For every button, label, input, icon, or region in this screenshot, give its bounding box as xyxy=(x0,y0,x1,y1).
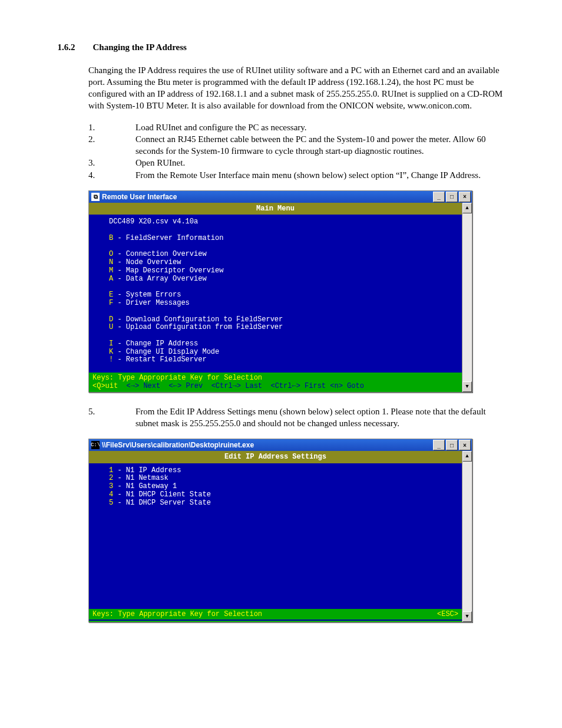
step-text: Connect an RJ45 Ethernet cable between t… xyxy=(135,133,509,157)
step-text: From the Edit IP Address Settings menu (… xyxy=(135,406,509,430)
step-number: 2. xyxy=(88,133,135,157)
terminal-client-area: Edit IP Address Settings 1 - N1 IP Addre… xyxy=(89,451,462,622)
maximize-button[interactable]: □ xyxy=(446,440,458,450)
steps-list-1: 1.Load RUInet and configure the PC as ne… xyxy=(88,121,509,181)
screenshot-main-menu: ⧉ Remote User Interface _ □ × Main Menu … xyxy=(88,190,472,393)
step-text: From the Remote User Interface main menu… xyxy=(135,169,509,181)
step-text: Load RUInet and configure the PC as nece… xyxy=(135,121,509,133)
terminal-client-area: Main Menu DCC489 X20.csv v4.10a B - Fiel… xyxy=(89,203,462,392)
section-number: 1.6.2 xyxy=(58,41,93,53)
scroll-down-button[interactable]: ▼ xyxy=(462,611,472,622)
titlebar-buttons: _ □ × xyxy=(433,192,471,202)
steps-list-2: 5.From the Edit IP Address Settings menu… xyxy=(88,406,509,430)
terminal-menubar: Edit IP Address Settings xyxy=(89,451,462,463)
step-row: 3.Open RUInet. xyxy=(88,157,509,169)
step-number: 1. xyxy=(88,121,135,133)
terminal-body: DCC489 X20.csv v4.10a B - FieldServer In… xyxy=(89,215,462,373)
screenshot-edit-ip: C:\ \\FileSrv\Users\calibration\Desktop\… xyxy=(88,439,472,622)
step-row: 5.From the Edit IP Address Settings menu… xyxy=(88,406,509,430)
vertical-scrollbar[interactable]: ▲ ▼ xyxy=(462,451,472,622)
terminal-body: 1 - N1 IP Address 2 - N1 Netmask 3 - N1 … xyxy=(89,463,462,609)
scroll-down-button[interactable]: ▼ xyxy=(462,381,472,392)
vertical-scrollbar[interactable]: ▲ ▼ xyxy=(462,203,472,392)
window-title: \\FileSrv\Users\calibration\Desktop\ruin… xyxy=(102,440,433,450)
terminal-menubar: Main Menu xyxy=(89,203,462,215)
titlebar-buttons: _ □ × xyxy=(433,440,471,450)
scroll-up-button[interactable]: ▲ xyxy=(462,203,472,213)
scroll-track[interactable] xyxy=(462,213,472,381)
maximize-button[interactable]: □ xyxy=(446,192,458,202)
window-title: Remote User Interface xyxy=(102,192,433,202)
scroll-track[interactable] xyxy=(462,462,472,611)
window-titlebar: ⧉ Remote User Interface _ □ × xyxy=(89,191,472,203)
close-button[interactable]: × xyxy=(459,192,471,202)
section-heading: 1.6.2Changing the IP Address xyxy=(53,29,509,54)
terminal-footer: Keys: Type Appropriate Key for Selection… xyxy=(89,373,462,392)
step-text: Open RUInet. xyxy=(135,157,509,169)
step-number: 4. xyxy=(88,169,135,181)
step-number: 5. xyxy=(88,406,135,430)
intro-paragraph: Changing the IP Address requires the use… xyxy=(88,64,509,112)
terminal-footer: Keys: Type Appropriate Key for Selection… xyxy=(89,609,462,620)
step-row: 2.Connect an RJ45 Ethernet cable between… xyxy=(88,133,509,157)
app-icon: ⧉ xyxy=(91,193,100,201)
close-button[interactable]: × xyxy=(459,440,471,450)
scroll-up-button[interactable]: ▲ xyxy=(462,451,472,462)
minimize-button[interactable]: _ xyxy=(433,440,445,450)
step-row: 4.From the Remote User Interface main me… xyxy=(88,169,509,181)
step-row: 1.Load RUInet and configure the PC as ne… xyxy=(88,121,509,133)
minimize-button[interactable]: _ xyxy=(433,192,445,202)
section-title: Changing the IP Address xyxy=(93,42,187,52)
window-titlebar: C:\ \\FileSrv\Users\calibration\Desktop\… xyxy=(89,439,472,451)
cmd-icon: C:\ xyxy=(91,441,100,449)
step-number: 3. xyxy=(88,157,135,169)
